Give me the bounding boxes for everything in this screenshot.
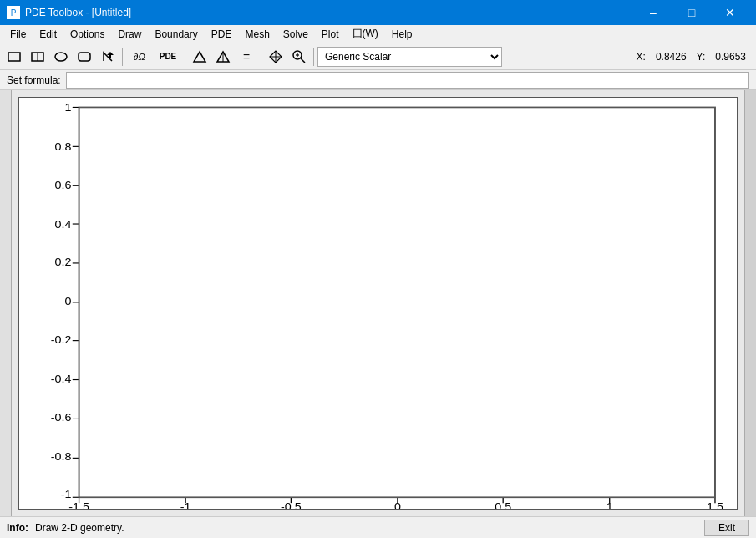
y-tick-0.2: 0.2 — [55, 256, 72, 268]
y-coord-value: 0.9653 — [715, 51, 746, 63]
ellipse-icon — [53, 49, 68, 64]
y-tick-0: 0 — [65, 296, 72, 307]
menu-window[interactable]: 囗(W) — [346, 25, 385, 43]
plot-border — [79, 107, 715, 497]
minimize-button[interactable]: – — [634, 0, 672, 25]
sep4 — [313, 48, 314, 66]
left-sidebar — [0, 90, 12, 516]
exit-button[interactable]: Exit — [704, 520, 749, 536]
y-tick-neg1: -1 — [61, 489, 72, 500]
partial-boundary-button[interactable]: ∂Ω — [126, 46, 153, 68]
svg-line-12 — [301, 58, 305, 63]
menu-draw[interactable]: Draw — [111, 27, 148, 42]
triangle-tool-button[interactable] — [189, 46, 211, 68]
status-label: Info: — [7, 522, 28, 534]
toolbar: ∂Ω PDE = Generic Scalar Generic System S… — [0, 43, 756, 70]
problem-type-dropdown[interactable]: Generic Scalar Generic System Structural… — [317, 47, 502, 67]
status-info: Info: Draw 2-D geometry. — [7, 522, 124, 534]
plot-area[interactable]: 1 0.8 0.6 0.4 0.2 0 -0.2 -0.4 -0.6 -0.8 … — [18, 97, 738, 510]
polygon-icon — [100, 49, 115, 64]
y-tick-neg0.8: -0.8 — [51, 450, 72, 462]
close-button[interactable]: ✕ — [711, 0, 749, 25]
sep2 — [185, 48, 185, 66]
rounded-rect-icon — [77, 49, 92, 64]
title-bar: P PDE Toolbox - [Untitled] – □ ✕ — [0, 0, 756, 25]
pde-button[interactable]: PDE — [155, 46, 181, 68]
ellipse-tool-button[interactable] — [50, 46, 72, 68]
svg-point-3 — [55, 53, 67, 61]
menu-file[interactable]: File — [3, 27, 33, 42]
zoom-icon — [292, 49, 307, 64]
status-bar: Info: Draw 2-D geometry. Exit — [0, 516, 756, 538]
menu-boundary[interactable]: Boundary — [148, 27, 204, 42]
app-icon: P — [7, 6, 20, 19]
x-coord-label: X: — [637, 51, 646, 63]
right-sidebar — [744, 90, 756, 516]
y-tick-0.8: 0.8 — [55, 141, 72, 153]
window-controls: – □ ✕ — [634, 0, 749, 25]
sep1 — [122, 48, 123, 66]
menu-pde[interactable]: PDE — [205, 27, 239, 42]
plot-container: 1 0.8 0.6 0.4 0.2 0 -0.2 -0.4 -0.6 -0.8 … — [12, 90, 744, 516]
maximize-button[interactable]: □ — [672, 0, 711, 25]
menu-options[interactable]: Options — [63, 27, 111, 42]
x-coord-value: 0.8426 — [656, 51, 687, 63]
y-tick-neg0.2: -0.2 — [51, 334, 72, 346]
formula-bar: Set formula: — [0, 70, 756, 90]
menu-bar: File Edit Options Draw Boundary PDE Mesh… — [0, 25, 756, 43]
triangle2-tool-button[interactable] — [212, 46, 234, 68]
menu-solve[interactable]: Solve — [277, 27, 315, 42]
split-rect-icon — [30, 49, 45, 64]
sep3 — [261, 48, 261, 66]
y-tick-0.4: 0.4 — [55, 218, 72, 230]
equals-button[interactable]: = — [236, 46, 257, 68]
window-title: PDE Toolbox - [Untitled] — [25, 7, 131, 18]
menu-help[interactable]: Help — [385, 27, 419, 42]
svg-marker-6 — [194, 52, 205, 62]
triangle2-icon — [216, 49, 231, 64]
triangle-icon — [192, 49, 207, 64]
rect-tool-button[interactable] — [3, 46, 25, 68]
y-coord-label: Y: — [697, 51, 706, 63]
y-tick-0.6: 0.6 — [55, 179, 72, 190]
status-message: Draw 2-D geometry. — [35, 522, 124, 534]
menu-edit[interactable]: Edit — [33, 27, 63, 42]
plot-svg: 1 0.8 0.6 0.4 0.2 0 -0.2 -0.4 -0.6 -0.8 … — [19, 98, 737, 509]
formula-input[interactable] — [66, 72, 749, 89]
svg-rect-0 — [8, 53, 20, 61]
polygon-tool-button[interactable] — [97, 46, 119, 68]
split-rect-tool-button[interactable] — [27, 46, 48, 68]
mesh-tool-button[interactable] — [265, 46, 287, 68]
mesh-icon — [268, 49, 283, 64]
coordinates-display: X: 0.8426 Y: 0.9653 — [637, 51, 753, 63]
formula-label: Set formula: — [7, 74, 61, 86]
menu-mesh[interactable]: Mesh — [238, 27, 276, 42]
y-tick-neg0.6: -0.6 — [51, 412, 72, 424]
y-tick-1: 1 — [65, 102, 72, 114]
svg-rect-4 — [79, 53, 90, 61]
rect-icon — [7, 49, 22, 64]
zoom-tool-button[interactable] — [288, 46, 310, 68]
y-tick-neg0.4: -0.4 — [51, 373, 72, 385]
main-area: 1 0.8 0.6 0.4 0.2 0 -0.2 -0.4 -0.6 -0.8 … — [0, 90, 756, 516]
menu-plot[interactable]: Plot — [315, 27, 346, 42]
rounded-rect-tool-button[interactable] — [74, 46, 95, 68]
